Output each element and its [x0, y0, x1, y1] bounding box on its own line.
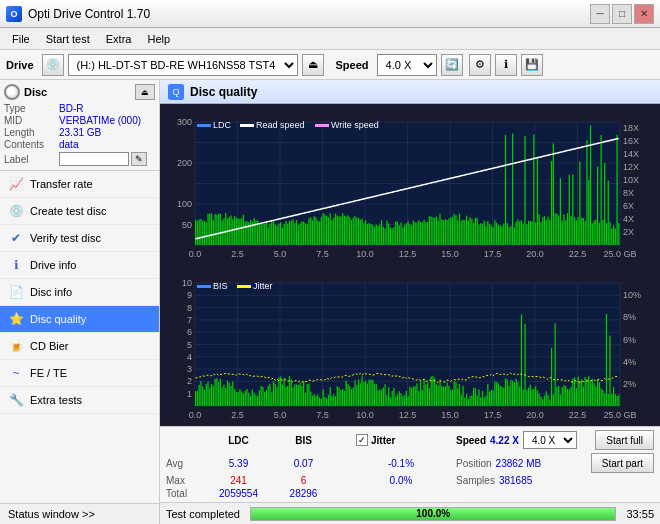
progress-text: 100.0% — [251, 508, 615, 520]
sidebar-label-drive-info: Drive info — [30, 259, 76, 271]
disc-quality-header-icon: Q — [168, 84, 184, 100]
charts-area — [160, 104, 660, 426]
speed-header: Speed — [456, 435, 486, 446]
mid-key: MID — [4, 115, 59, 126]
avg-bis: 0.07 — [271, 458, 336, 469]
type-key: Type — [4, 103, 59, 114]
save-btn[interactable]: 💾 — [521, 54, 543, 76]
main-layout: Disc ⏏ Type BD-R MID VERBATIMe (000) Len… — [0, 80, 660, 524]
drive-toolbar: Drive 💿 (H:) HL-DT-ST BD-RE WH16NS58 TST… — [0, 50, 660, 80]
contents-val: data — [59, 139, 155, 150]
disc-quality-header: Q Disc quality — [160, 80, 660, 104]
max-bis: 6 — [271, 475, 336, 486]
extra-tests-icon: 🔧 — [8, 392, 24, 408]
sidebar-item-drive-info[interactable]: ℹ Drive info — [0, 252, 159, 279]
disc-info-table: Type BD-R MID VERBATIMe (000) Length 23.… — [4, 103, 155, 166]
menu-start-test[interactable]: Start test — [38, 31, 98, 47]
sidebar-item-create-test-disc[interactable]: 💿 Create test disc — [0, 198, 159, 225]
bis-header: BIS — [271, 435, 336, 446]
length-val: 23.31 GB — [59, 127, 155, 138]
samples-label: Samples — [456, 475, 495, 486]
maximize-button[interactable]: □ — [612, 4, 632, 24]
fe-te-icon: ~ — [8, 365, 24, 381]
sidebar-label-cd-bier: CD Bier — [30, 340, 69, 352]
create-test-disc-icon: 💿 — [8, 203, 24, 219]
speed-value: 4.22 X — [490, 435, 519, 446]
start-full-button[interactable]: Start full — [595, 430, 654, 450]
menu-help[interactable]: Help — [139, 31, 178, 47]
close-button[interactable]: ✕ — [634, 4, 654, 24]
disc-quality-title: Disc quality — [190, 85, 257, 99]
sidebar-item-extra-tests[interactable]: 🔧 Extra tests — [0, 387, 159, 414]
ldc-header: LDC — [206, 435, 271, 446]
sidebar-item-disc-quality[interactable]: ⭐ Disc quality — [0, 306, 159, 333]
sidebar-item-fe-te[interactable]: ~ FE / TE — [0, 360, 159, 387]
stats-bar: LDC BIS ✓ Jitter Speed 4.22 X 4.0 X Star… — [160, 426, 660, 502]
disc-panel: Disc ⏏ Type BD-R MID VERBATIMe (000) Len… — [0, 80, 159, 171]
menu-bar: File Start test Extra Help — [0, 28, 660, 50]
ldc-chart — [160, 104, 660, 265]
title-bar: O Opti Drive Control 1.70 ─ □ ✕ — [0, 0, 660, 28]
start-part-button[interactable]: Start part — [591, 453, 654, 473]
main-content: Q Disc quality LDC BIS ✓ Jitter Speed 4.… — [160, 80, 660, 524]
minimize-button[interactable]: ─ — [590, 4, 610, 24]
sidebar-label-extra-tests: Extra tests — [30, 394, 82, 406]
sidebar-item-verify-test-disc[interactable]: ✔ Verify test disc — [0, 225, 159, 252]
sidebar-item-disc-info[interactable]: 📄 Disc info — [0, 279, 159, 306]
time-display: 33:55 — [626, 508, 654, 520]
app-title: Opti Drive Control 1.70 — [28, 7, 150, 21]
total-bis: 28296 — [271, 488, 336, 499]
disc-quality-icon: ⭐ — [8, 311, 24, 327]
sidebar-label-create-test-disc: Create test disc — [30, 205, 106, 217]
sidebar-item-transfer-rate[interactable]: 📈 Transfer rate — [0, 171, 159, 198]
avg-label: Avg — [166, 458, 206, 469]
menu-extra[interactable]: Extra — [98, 31, 140, 47]
drive-info-icon: ℹ — [8, 257, 24, 273]
mid-val: VERBATIMe (000) — [59, 115, 155, 126]
bis-chart — [160, 265, 660, 426]
drive-select[interactable]: (H:) HL-DT-ST BD-RE WH16NS58 TST4 — [68, 54, 298, 76]
app-icon: O — [6, 6, 22, 22]
label-key: Label — [4, 154, 59, 165]
sidebar-status[interactable]: Status window >> — [0, 503, 159, 524]
sidebar-label-verify-test-disc: Verify test disc — [30, 232, 101, 244]
refresh-btn[interactable]: 🔄 — [441, 54, 463, 76]
samples-val: 381685 — [499, 475, 532, 486]
verify-test-disc-icon: ✔ — [8, 230, 24, 246]
disc-panel-title: Disc — [24, 86, 47, 98]
contents-key: Contents — [4, 139, 59, 150]
info-btn[interactable]: ℹ — [495, 54, 517, 76]
max-ldc: 241 — [206, 475, 271, 486]
label-input[interactable] — [59, 152, 129, 166]
menu-file[interactable]: File — [4, 31, 38, 47]
disc-eject-button[interactable]: ⏏ — [135, 84, 155, 100]
sidebar-label-transfer-rate: Transfer rate — [30, 178, 93, 190]
eject-btn[interactable]: ⏏ — [302, 54, 324, 76]
sidebar-item-cd-bier[interactable]: 🍺 CD Bier — [0, 333, 159, 360]
max-jitter: 0.0% — [356, 475, 446, 486]
disc-info-icon: 📄 — [8, 284, 24, 300]
total-ldc: 2059554 — [206, 488, 271, 499]
position-val: 23862 MB — [496, 458, 542, 469]
sidebar-status-label: Status window >> — [8, 508, 95, 520]
drive-label: Drive — [6, 59, 34, 71]
status-text: Test completed — [166, 508, 240, 520]
jitter-checkbox[interactable]: ✓ — [356, 434, 368, 446]
settings-btn[interactable]: ⚙ — [469, 54, 491, 76]
speed-dropdown[interactable]: 4.0 X — [523, 431, 577, 449]
label-edit-button[interactable]: ✎ — [131, 152, 147, 166]
avg-jitter: -0.1% — [356, 458, 446, 469]
sidebar-label-disc-info: Disc info — [30, 286, 72, 298]
drive-icon-btn[interactable]: 💿 — [42, 54, 64, 76]
type-val: BD-R — [59, 103, 155, 114]
progress-bar: 100.0% — [250, 507, 616, 521]
total-label: Total — [166, 488, 206, 499]
sidebar: Disc ⏏ Type BD-R MID VERBATIMe (000) Len… — [0, 80, 160, 524]
speed-label: Speed — [336, 59, 369, 71]
speed-select[interactable]: 4.0 X — [377, 54, 437, 76]
position-label: Position — [456, 458, 492, 469]
transfer-rate-icon: 📈 — [8, 176, 24, 192]
disc-icon — [4, 84, 20, 100]
jitter-label: Jitter — [371, 435, 395, 446]
sidebar-label-disc-quality: Disc quality — [30, 313, 86, 325]
